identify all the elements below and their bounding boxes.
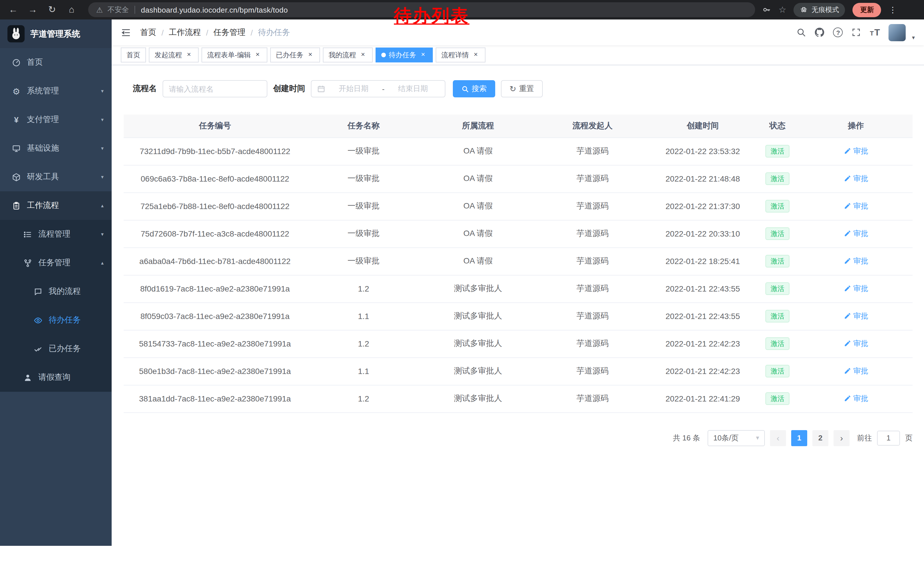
sidebar-item-infrastructure[interactable]: 基础设施 ▾: [0, 134, 112, 163]
cell-created-at: 2022-01-21 22:42:23: [650, 330, 756, 357]
cell-actions: 审批: [799, 385, 912, 412]
cell-task-name: 一级审批: [306, 192, 421, 220]
tab-process-form-edit[interactable]: 流程表单-编辑: [201, 48, 267, 62]
cell-status: 激活: [756, 275, 799, 302]
breadcrumb-workflow[interactable]: 工作流程: [169, 27, 201, 38]
search-button[interactable]: 搜索: [453, 80, 495, 98]
chevron-down-icon: ▾: [101, 146, 104, 151]
cell-status: 激活: [756, 192, 799, 220]
sidebar-item-leave-query[interactable]: 请假查询: [0, 363, 112, 392]
sidebar-item-payment-mgmt[interactable]: ¥ 支付管理 ▾: [0, 105, 112, 134]
cell-task-name: 1.2: [306, 330, 421, 357]
approve-link[interactable]: 审批: [844, 146, 868, 156]
monitor-icon: [12, 144, 21, 153]
browser-actions: ☆ 无痕模式 更新 ⋮: [762, 3, 897, 17]
cell-task-id: 8f059c03-7ac8-11ec-a9e2-a2380e71991a: [124, 302, 306, 330]
update-button[interactable]: 更新: [853, 3, 881, 17]
sidebar-item-task-mgmt[interactable]: 任务管理 ▴: [0, 249, 112, 277]
cell-created-at: 2022-01-22 21:37:30: [650, 192, 756, 220]
cell-initiator: 芋道源码: [535, 275, 650, 302]
cell-task-id: 725a1eb6-7b88-11ec-8ef0-acde48001122: [124, 192, 306, 220]
breadcrumb-separator: /: [206, 28, 208, 37]
cell-process: 测试多审批人: [421, 275, 535, 302]
cell-actions: 审批: [799, 275, 912, 302]
close-icon[interactable]: [254, 51, 262, 59]
forward-icon[interactable]: →: [27, 5, 38, 14]
tab-my-process[interactable]: 我的流程: [323, 48, 373, 62]
close-icon[interactable]: [185, 51, 193, 59]
chevron-right-icon: ›: [840, 434, 843, 442]
reload-icon[interactable]: ↻: [47, 5, 57, 14]
approve-link[interactable]: 审批: [844, 256, 868, 266]
tab-process-detail[interactable]: 流程详情: [436, 48, 486, 62]
help-icon[interactable]: ?: [833, 27, 843, 37]
sidebar-item-process-mgmt[interactable]: 流程管理 ▾: [0, 220, 112, 249]
search-icon[interactable]: [796, 27, 806, 37]
cell-initiator: 芋道源码: [535, 330, 650, 357]
edit-icon: [844, 203, 851, 210]
date-range-picker[interactable]: 开始日期 - 结束日期: [311, 80, 446, 98]
cell-initiator: 芋道源码: [535, 165, 650, 192]
github-icon[interactable]: [815, 27, 825, 37]
approve-link[interactable]: 审批: [844, 228, 868, 239]
reset-icon: ↻: [510, 85, 516, 93]
table-row: 73211d9d-7b9b-11ec-b5b7-acde48001122 一级审…: [124, 137, 912, 165]
table-row: 580e1b3d-7ac8-11ec-a9e2-a2380e71991a 1.1…: [124, 357, 912, 385]
kebab-menu-icon[interactable]: ⋮: [889, 5, 897, 14]
cell-task-id: 069c6a63-7b8a-11ec-8ef0-acde48001122: [124, 165, 306, 192]
tab-start-process[interactable]: 发起流程: [149, 48, 199, 62]
sidebar-item-system-mgmt[interactable]: ⚙ 系统管理 ▾: [0, 77, 112, 105]
cell-actions: 审批: [799, 248, 912, 275]
approve-link[interactable]: 审批: [844, 174, 868, 184]
sidebar-item-workflow[interactable]: 工作流程 ▴: [0, 191, 112, 220]
chevron-down-icon: ▾: [101, 174, 104, 180]
collapse-sidebar-icon[interactable]: [121, 27, 131, 38]
approve-link[interactable]: 审批: [844, 284, 868, 294]
status-badge: 激活: [765, 145, 789, 158]
fullscreen-icon[interactable]: [852, 27, 861, 37]
sidebar-item-home[interactable]: 首页: [0, 48, 112, 77]
reset-button[interactable]: ↻ 重置: [501, 80, 542, 98]
chat-icon: [33, 287, 43, 296]
cell-task-name: 1.2: [306, 385, 421, 412]
prev-page-button[interactable]: ‹: [770, 430, 786, 446]
key-icon[interactable]: [762, 5, 771, 14]
home-icon[interactable]: ⌂: [66, 5, 77, 14]
gear-icon: ⚙: [12, 87, 21, 95]
cell-task-id: 580e1b3d-7ac8-11ec-a9e2-a2380e71991a: [124, 357, 306, 385]
approve-link[interactable]: 审批: [844, 311, 868, 321]
page-1-button[interactable]: 1: [791, 430, 807, 446]
breadcrumb-home[interactable]: 首页: [140, 27, 156, 38]
status-badge: 激活: [765, 227, 789, 240]
cell-created-at: 2022-01-22 23:53:32: [650, 137, 756, 165]
close-icon[interactable]: [359, 51, 367, 59]
approve-link[interactable]: 审批: [844, 393, 868, 404]
avatar[interactable]: [888, 24, 906, 41]
back-icon[interactable]: ←: [8, 5, 18, 14]
close-icon[interactable]: [472, 51, 480, 59]
sidebar-item-done-tasks[interactable]: 已办任务: [0, 335, 112, 363]
font-size-icon[interactable]: T: [870, 27, 880, 38]
approve-link[interactable]: 审批: [844, 366, 868, 376]
pagination: 共 16 条 10条/页 ▾ ‹ 1 2 › 前往 页: [124, 430, 912, 446]
tab-home[interactable]: 首页: [121, 48, 146, 62]
page-size-select[interactable]: 10条/页 ▾: [708, 430, 765, 446]
next-page-button[interactable]: ›: [834, 430, 850, 446]
sidebar-item-todo-tasks[interactable]: 待办任务: [0, 306, 112, 335]
status-badge: 激活: [765, 200, 789, 213]
approve-link[interactable]: 审批: [844, 201, 868, 211]
close-icon[interactable]: [306, 51, 314, 59]
star-icon[interactable]: ☆: [778, 5, 786, 15]
cell-created-at: 2022-01-22 18:25:41: [650, 248, 756, 275]
sidebar-item-dev-tools[interactable]: 研发工具 ▾: [0, 163, 112, 191]
tab-todo-tasks[interactable]: 待办任务: [375, 48, 433, 62]
sidebar-item-my-process[interactable]: 我的流程: [0, 277, 112, 306]
approve-link[interactable]: 审批: [844, 338, 868, 349]
close-icon[interactable]: [419, 51, 427, 59]
process-name-input[interactable]: [163, 80, 267, 98]
breadcrumb-task-mgmt[interactable]: 任务管理: [213, 27, 246, 38]
tab-done-tasks[interactable]: 已办任务: [270, 48, 320, 62]
page-2-button[interactable]: 2: [812, 430, 828, 446]
cell-task-name: 一级审批: [306, 220, 421, 248]
goto-page-input[interactable]: [877, 431, 900, 445]
